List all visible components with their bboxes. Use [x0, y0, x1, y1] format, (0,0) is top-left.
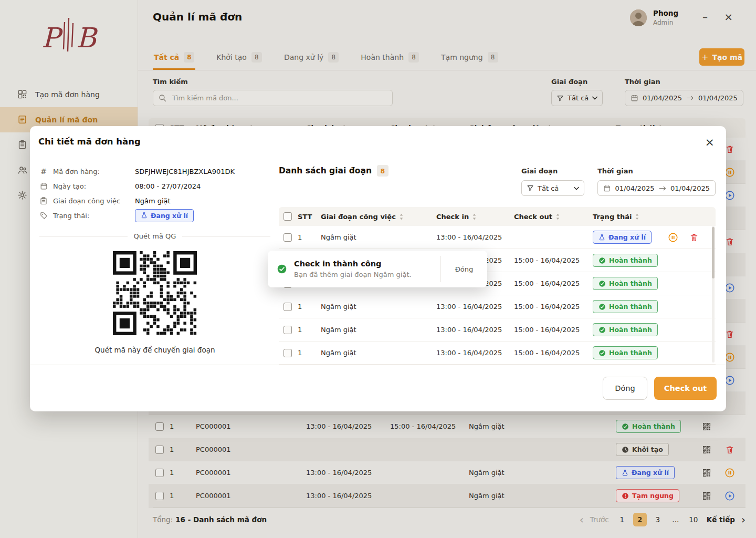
stage-row: 1Ngâm giặt13:00 - 16/04/202515:00 - 16/0… [279, 342, 716, 365]
row-checkbox[interactable] [284, 326, 292, 334]
calendar-icon [39, 182, 48, 190]
tag-icon [39, 212, 48, 220]
toast-title: Check in thành công [294, 260, 437, 268]
status-badge-done: Hoàn thành [593, 346, 658, 359]
stages-heading: Danh sách giai đoạn [279, 166, 372, 175]
row-checkbox[interactable] [284, 233, 292, 242]
cell-checkout: 15:00 - 16/04/2025 [514, 256, 593, 264]
qr-code [111, 250, 198, 337]
modal-title: Chi tiết mã đơn hàng [38, 137, 141, 147]
toast-message: Bạn đã thêm giai đoạn Ngâm giặt. [294, 271, 437, 278]
modal-stage-filter-value: Tất cả [538, 184, 559, 192]
modal-date-from: 01/04/2025 [615, 184, 655, 192]
stage-column-stage[interactable]: Giai đoạn công việc [321, 213, 436, 221]
field-label: Ngày tạo: [53, 182, 86, 190]
status-badge-processing: Đang xử lí [593, 231, 652, 244]
stages-count-badge: 8 [377, 165, 388, 177]
modal-date-to: 01/04/2025 [670, 184, 710, 192]
app-window: P B Tạo mã đơn hàngQuản lí mã đơn Quản l… [0, 0, 756, 538]
modal-close-icon[interactable]: × [705, 136, 715, 149]
cell-checkout: 15:00 - 16/04/2025 [514, 303, 593, 311]
modal-time-filter-label: Thời gian [597, 167, 633, 175]
cell-stage: Ngâm giặt [321, 326, 436, 334]
field-value: 08:00 - 27/07/2024 [135, 182, 201, 190]
cell-stt: 1 [298, 349, 321, 357]
cell-checkin: 13:00 - 16/04/2025 [436, 233, 514, 241]
cell-stage: Ngâm giặt [321, 349, 436, 357]
stage-row: 1Ngâm giặt13:00 - 16/04/2025Đang xử lí [279, 226, 716, 249]
chevron-down-icon [574, 187, 579, 190]
order-detail-panel: #Mã đơn hàng:SDFJHWEJC81HJBZXLA901DKNgày… [39, 164, 270, 354]
sort-icon [635, 213, 639, 220]
sort-icon [472, 213, 477, 220]
detail-field-giai-doan-cong-viec: Giai đoạn công việcNgâm giặt [39, 193, 270, 208]
detail-field-ma-don-hang: #Mã đơn hàng:SDFJHWEJC81HJBZXLA901DK [39, 164, 270, 179]
cell-stt: 1 [298, 233, 321, 241]
arrow-right-icon [659, 185, 667, 191]
cell-stt: 1 [298, 326, 321, 334]
field-label: Mã đơn hàng: [53, 168, 100, 175]
cell-checkout: 15:00 - 16/04/2025 [514, 280, 593, 287]
stage-column-status[interactable]: Trạng thái [593, 213, 666, 221]
pause-icon[interactable] [666, 231, 680, 244]
row-checkbox[interactable] [284, 349, 292, 357]
cell-checkin: 13:00 - 16/04/2025 [436, 326, 514, 334]
sort-icon [555, 213, 560, 220]
status-badge-processing: Đang xử lí [135, 209, 194, 222]
cell-stage: Ngâm giặt [321, 233, 436, 241]
detail-field-ngay-tao: Ngày tạo:08:00 - 27/07/2024 [39, 179, 270, 193]
scrollbar-thumb[interactable] [712, 227, 715, 278]
status-badge-done: Hoàn thành [593, 277, 658, 290]
stage-row: 1Ngâm giặt13:00 - 16/04/202515:00 - 16/0… [279, 295, 716, 318]
row-checkbox[interactable] [284, 303, 292, 311]
trash-icon[interactable] [687, 231, 701, 244]
cell-checkin: 13:00 - 16/04/2025 [436, 349, 514, 357]
modal-close-button[interactable]: Đóng [603, 377, 647, 400]
cell-checkout: 15:00 - 16/04/2025 [514, 326, 593, 334]
stage-row: 1Ngâm giặt13:00 - 16/04/202515:00 - 16/0… [279, 318, 716, 342]
calendar-icon [603, 184, 611, 192]
sort-icon [399, 213, 404, 220]
status-badge-done: Hoàn thành [593, 323, 658, 336]
status-badge-done: Hoàn thành [593, 300, 658, 313]
field-label: Trạng thái: [53, 212, 89, 220]
qr-divider-label: Quét mã QG [134, 232, 176, 240]
field-value: Ngâm giặt [135, 197, 171, 205]
stage-column-checkin[interactable]: Check in [436, 213, 514, 221]
modal-date-range-picker[interactable]: 01/04/2025 01/04/2025 [597, 180, 716, 196]
stages-table-body: 1Ngâm giặt13:00 - 16/04/2025Đang xử lí1N… [279, 226, 716, 365]
cell-stt: 1 [298, 303, 321, 311]
hash-icon: # [39, 167, 48, 175]
funnel-icon [527, 184, 534, 192]
detail-field-trang-thai: Trạng thái:Đang xử lí [39, 208, 270, 223]
success-check-icon [277, 264, 287, 274]
stages-scrollbar[interactable] [712, 226, 715, 363]
qr-section-divider: Quét mã QG [39, 232, 270, 240]
cell-checkin: 13:00 - 16/04/2025 [436, 303, 514, 311]
qr-caption: Quét mã này để chuyển giai đoạn [39, 346, 270, 354]
stage-column-stt: STT [298, 213, 321, 221]
modal-footer: Đóng Check out [30, 365, 726, 411]
modal-stage-filter-label: Giai đoạn [521, 167, 558, 175]
toast-dismiss-button[interactable]: Đóng [441, 265, 487, 273]
field-value: SDFJHWEJC81HJBZXLA901DK [135, 168, 235, 175]
checkout-button[interactable]: Check out [654, 377, 717, 400]
clipboard-icon [39, 196, 48, 206]
stages-select-all-checkbox[interactable] [284, 212, 292, 221]
stages-table-header: STTGiai đoạn công việcCheck inCheck outT… [279, 207, 716, 226]
status-badge-done: Hoàn thành [593, 254, 658, 267]
toast-notification: Check in thành công Bạn đã thêm giai đoạ… [268, 251, 487, 287]
stage-column-checkout[interactable]: Check out [514, 213, 593, 221]
cell-checkout: 15:00 - 16/04/2025 [514, 349, 593, 357]
field-label: Giai đoạn công việc [53, 197, 120, 205]
modal-stage-filter-select[interactable]: Tất cả [521, 180, 584, 196]
cell-stage: Ngâm giặt [321, 303, 436, 311]
